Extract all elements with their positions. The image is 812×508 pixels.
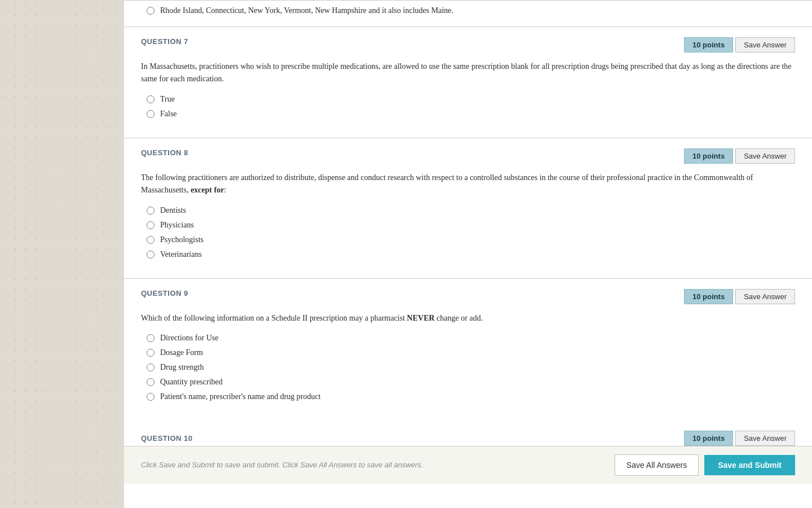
question-10-save-btn[interactable]: Save Answer: [735, 431, 795, 446]
radio-q9-quantity[interactable]: [147, 378, 155, 386]
option-item: Drug strength: [141, 363, 795, 372]
option-label-q9-strength[interactable]: Drug strength: [160, 363, 204, 372]
option-label-q8-physicians[interactable]: Physicians: [160, 221, 194, 230]
question-8-options: Dentists Physicians Psychologists Veteri…: [141, 206, 795, 259]
question-8-block: QUESTION 8 10 points Save Answer The fol…: [124, 138, 812, 278]
sidebar: [0, 0, 124, 508]
radio-q7-false[interactable]: [147, 110, 155, 118]
save-and-submit-button[interactable]: Save and Submit: [704, 455, 795, 475]
option-label-q7-false[interactable]: False: [160, 110, 177, 119]
radio-q9-directions[interactable]: [147, 334, 155, 342]
question-9-options: Directions for Use Dosage Form Drug stre…: [141, 334, 795, 401]
radio-q9-strength[interactable]: [147, 364, 155, 371]
question-10-meta: 10 points Save Answer: [684, 431, 795, 446]
question-8-meta: 10 points Save Answer: [684, 148, 795, 164]
option-item: Quantity prescribed: [141, 378, 795, 387]
question-9-meta: 10 points Save Answer: [684, 289, 795, 304]
question-8-text-before: The following practitioners are authoriz…: [141, 173, 753, 194]
radio-prev-answer[interactable]: [147, 7, 155, 15]
option-label-q9-directions[interactable]: Directions for Use: [160, 334, 218, 343]
prev-answer-label[interactable]: Rhode Island, Connecticut, New York, Ver…: [160, 6, 453, 15]
radio-q9-patient[interactable]: [147, 393, 155, 401]
footer-hint: Click Save and Submit to save and submit…: [141, 461, 423, 469]
question-9-text-bold: NEVER: [407, 314, 435, 322]
footer-actions: Save All Answers Save and Submit: [615, 454, 795, 476]
question-7-text: In Massachusetts, practitioners who wish…: [141, 60, 795, 86]
option-item: Dentists: [141, 206, 795, 215]
footer-bar: Click Save and Submit to save and submit…: [124, 446, 812, 484]
question-7-block: QUESTION 7 10 points Save Answer In Mass…: [124, 27, 812, 138]
option-label-q8-dentists[interactable]: Dentists: [160, 206, 186, 215]
option-item: Directions for Use: [141, 334, 795, 343]
main-content: Rhode Island, Connecticut, New York, Ver…: [124, 0, 812, 508]
question-10-points: 10 points: [684, 431, 733, 446]
question-9-header: QUESTION 9 10 points Save Answer: [141, 289, 795, 304]
question-7-label: QUESTION 7: [141, 37, 188, 46]
previous-answer-section: Rhode Island, Connecticut, New York, Ver…: [124, 0, 812, 27]
question-9-text-after: change or add.: [436, 314, 483, 322]
option-item: Dosage Form: [141, 348, 795, 357]
question-9-label: QUESTION 9: [141, 289, 188, 297]
question-9-block: QUESTION 9 10 points Save Answer Which o…: [124, 278, 812, 421]
option-item: Rhode Island, Connecticut, New York, Ver…: [141, 6, 795, 15]
question-9-text-before: Which of the following information on a …: [141, 314, 405, 322]
question-10-label: QUESTION 10: [141, 434, 192, 443]
question-9-text: Which of the following information on a …: [141, 312, 795, 325]
option-item: True: [141, 95, 795, 104]
option-label-q7-true[interactable]: True: [160, 95, 175, 104]
option-label-q9-quantity[interactable]: Quantity prescribed: [160, 378, 223, 387]
option-item: Physicians: [141, 221, 795, 230]
option-label-q8-psychologists[interactable]: Psychologists: [160, 235, 204, 244]
radio-q9-dosage[interactable]: [147, 349, 155, 357]
question-7-header: QUESTION 7 10 points Save Answer: [141, 37, 795, 52]
question-8-points: 10 points: [684, 148, 733, 164]
question-7-points: 10 points: [684, 37, 733, 52]
option-item: False: [141, 110, 795, 119]
radio-q7-true[interactable]: [147, 95, 155, 103]
radio-q8-physicians[interactable]: [147, 221, 155, 229]
question-8-save-btn[interactable]: Save Answer: [735, 148, 795, 164]
radio-q8-veterinarians[interactable]: [147, 251, 155, 259]
option-label-q9-dosage[interactable]: Dosage Form: [160, 348, 203, 357]
radio-q8-psychologists[interactable]: [147, 236, 155, 244]
question-10-header-wrapper: QUESTION 10 10 points Save Answer: [124, 421, 812, 446]
question-9-save-btn[interactable]: Save Answer: [735, 289, 795, 304]
option-item: Patient's name, prescriber's name and dr…: [141, 392, 795, 401]
question-7-save-btn[interactable]: Save Answer: [735, 37, 795, 52]
question-8-text: The following practitioners are authoriz…: [141, 172, 795, 197]
save-all-answers-button[interactable]: Save All Answers: [615, 454, 699, 476]
radio-q8-dentists[interactable]: [147, 207, 155, 214]
option-label-q8-veterinarians[interactable]: Veterinarians: [160, 250, 202, 259]
question-8-header: QUESTION 8 10 points Save Answer: [141, 148, 795, 164]
question-7-meta: 10 points Save Answer: [684, 37, 795, 52]
question-8-label: QUESTION 8: [141, 148, 188, 157]
question-9-points: 10 points: [684, 289, 733, 304]
option-item: Veterinarians: [141, 250, 795, 259]
option-label-q9-patient[interactable]: Patient's name, prescriber's name and dr…: [160, 392, 321, 401]
question-8-text-after: :: [224, 186, 226, 194]
question-7-options: True False: [141, 95, 795, 119]
question-8-text-bold: except for: [191, 186, 224, 194]
option-item: Psychologists: [141, 235, 795, 244]
